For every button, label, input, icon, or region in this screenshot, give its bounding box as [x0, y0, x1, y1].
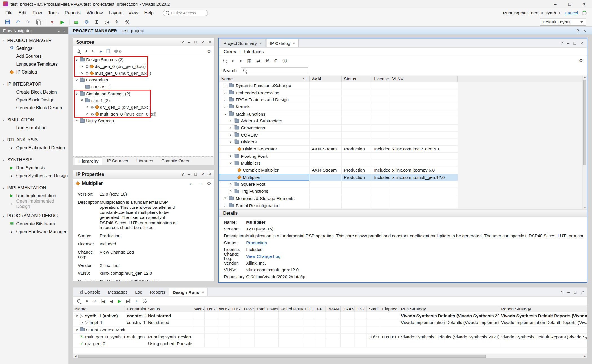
edit-button[interactable]: [112, 18, 122, 26]
run-row-mult-gen-synth[interactable]: mult_gen_0_synth_1 mult_gen_0 Running sy…: [73, 334, 587, 341]
change-log-link[interactable]: View Change Log: [100, 250, 134, 260]
column-ths[interactable]: THS: [229, 306, 241, 312]
tab-tcl-console[interactable]: Tcl Console: [74, 288, 104, 296]
column-uram[interactable]: URAM: [341, 306, 355, 312]
chevron-right-icon[interactable]: [224, 197, 227, 200]
chevron-right-icon[interactable]: [85, 112, 89, 116]
copy-button[interactable]: [34, 18, 43, 26]
expand-all-icon[interactable]: [91, 50, 96, 52]
column-tns[interactable]: TNS: [205, 306, 217, 312]
chevron-right-icon[interactable]: [75, 119, 78, 123]
chevron-down-icon[interactable]: [229, 161, 233, 165]
chevron-right-icon[interactable]: [229, 126, 233, 130]
menu-reports[interactable]: Reports: [62, 9, 84, 17]
back-icon[interactable]: [189, 181, 193, 186]
catalog-row[interactable]: Embedded Processing: [219, 89, 458, 96]
sidebar-item-settings[interactable]: Settings: [0, 44, 68, 52]
sidebar-item-open-synthesized-design[interactable]: Open Synthesized Design: [0, 172, 68, 179]
tree-row-constraints[interactable]: Constraints: [73, 77, 214, 83]
float-icon[interactable]: [581, 290, 584, 295]
status-link[interactable]: Production: [246, 240, 267, 245]
chevron-right-icon[interactable]: [224, 98, 227, 101]
float-icon[interactable]: [201, 40, 204, 45]
gear-icon[interactable]: [207, 181, 211, 186]
run-row-ooc-group[interactable]: Out-of-Context Module Runs: [73, 327, 587, 334]
tab-project-summary[interactable]: Project Summary: [220, 39, 265, 47]
tab-ip-sources[interactable]: IP Sources: [103, 157, 132, 165]
scroll-up-icon[interactable]: [583, 76, 587, 78]
section-program-and-debug[interactable]: PROGRAM AND DEBUG: [0, 212, 68, 220]
forward-icon[interactable]: [198, 181, 202, 186]
chevron-down-icon[interactable]: [2, 138, 6, 142]
timing-button[interactable]: [102, 18, 111, 26]
column-wns[interactable]: WNS: [192, 306, 205, 312]
scrollbar-thumb[interactable]: [78, 354, 486, 358]
layout-selector[interactable]: Default Layout: [540, 18, 586, 25]
column-status[interactable]: Status: [342, 76, 372, 82]
minimize-icon[interactable]: [188, 40, 190, 45]
minimize-icon[interactable]: [567, 41, 569, 46]
help-icon[interactable]: [181, 172, 184, 176]
subtab-cores[interactable]: Cores: [224, 49, 236, 54]
chevron-right-icon[interactable]: [229, 119, 233, 123]
tab-reports[interactable]: Reports: [146, 288, 169, 296]
column-license[interactable]: License: [372, 76, 390, 82]
sidebar-item-create-block-design[interactable]: Create Block Design: [0, 88, 68, 96]
catalog-row[interactable]: Dividers: [219, 139, 458, 146]
chevron-right-icon[interactable]: [224, 204, 227, 207]
tree-row-utility-sources[interactable]: Utility Sources: [73, 117, 214, 124]
chevron-down-icon[interactable]: [224, 112, 227, 116]
close-window-icon[interactable]: [582, 1, 587, 7]
menu-icon[interactable]: [58, 28, 60, 33]
tree-row-sim-1[interactable]: sim_1(2): [73, 97, 214, 104]
help-icon[interactable]: [561, 41, 563, 46]
cancel-run-link[interactable]: Cancel: [564, 11, 578, 15]
collapse-all-icon[interactable]: [84, 50, 89, 52]
create-run-icon[interactable]: [135, 298, 138, 304]
catalog-row-divider-generator[interactable]: Divider GeneratorAXI4-StreamProductionIn…: [219, 146, 458, 153]
catalog-row[interactable]: Floating Point: [219, 153, 458, 160]
web-icon[interactable]: [274, 58, 278, 63]
column-run-strategy[interactable]: Run Strategy: [399, 306, 499, 312]
save-button[interactable]: [3, 18, 12, 26]
run-button[interactable]: [58, 18, 67, 26]
gear-icon[interactable]: [579, 58, 583, 63]
run-row-synth-1[interactable]: synth_1 (active) constrs_1 Not started V…: [73, 312, 587, 319]
tab-libraries[interactable]: Libraries: [132, 157, 157, 165]
menu-flow[interactable]: Flow: [30, 9, 45, 17]
catalog-row[interactable]: Conversions: [219, 125, 458, 132]
sidebar-item-open-elaborated-design[interactable]: Open Elaborated Design: [0, 144, 68, 152]
sidebar-item-ip-catalog[interactable]: IP Catalog: [0, 68, 68, 76]
chevron-right-icon[interactable]: [229, 154, 233, 158]
catalog-row[interactable]: FPGA Features and Design: [219, 96, 458, 103]
first-run-icon[interactable]: [101, 299, 105, 303]
catalog-row-complex-multiplier[interactable]: Complex MultiplierAXI4-StreamProductionI…: [219, 167, 458, 174]
close-tab-icon[interactable]: [202, 290, 204, 294]
delete-button[interactable]: [48, 18, 57, 26]
column-dsp[interactable]: DSP: [355, 306, 367, 312]
status-link[interactable]: Production: [100, 233, 121, 238]
column-failed-routes[interactable]: Failed Routes: [279, 306, 303, 312]
chevron-right-icon[interactable]: [9, 201, 14, 206]
menu-tools[interactable]: Tools: [45, 9, 62, 17]
chevron-right-icon[interactable]: [229, 183, 233, 186]
run-row-div-gen[interactable]: div_gen_0 Using cached IP results: [73, 341, 587, 348]
column-bram[interactable]: BRAM: [325, 306, 341, 312]
maximize-icon[interactable]: [574, 41, 576, 46]
tab-ip-catalog[interactable]: IP Catalog: [266, 39, 299, 47]
collapse-all-icon[interactable]: [231, 59, 236, 62]
chevron-right-icon[interactable]: [224, 91, 227, 94]
tree-row-simulation-sources[interactable]: Simulation Sources(2): [73, 90, 214, 97]
resource-utilization-icon[interactable]: [143, 298, 147, 304]
help-icon[interactable]: [561, 290, 563, 295]
column-total-power[interactable]: Total Power: [255, 306, 279, 312]
previous-run-icon[interactable]: [110, 299, 113, 303]
chevron-right-icon[interactable]: [229, 133, 233, 137]
column-lut[interactable]: LUT: [303, 306, 315, 312]
float-icon[interactable]: [201, 172, 204, 176]
group-view-icon[interactable]: [247, 58, 251, 63]
collapse-all-icon[interactable]: [85, 300, 90, 302]
sidebar-item-open-hardware-manager[interactable]: Open Hardware Manager: [0, 228, 68, 236]
close-tab-icon[interactable]: [259, 41, 262, 45]
tree-row-constrs-1[interactable]: constrs_1: [73, 83, 214, 90]
